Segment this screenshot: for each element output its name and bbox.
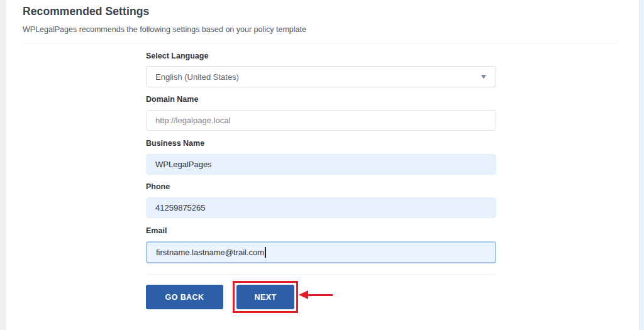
- page-left-edge: [0, 0, 6, 330]
- phone-label: Phone: [146, 182, 170, 191]
- domain-input[interactable]: [146, 110, 496, 131]
- red-arrow-shaft: [308, 294, 333, 296]
- language-select[interactable]: English (United States) ▼: [146, 66, 496, 87]
- email-field[interactable]: firstname.lastname@trail.com: [146, 241, 496, 263]
- page-title: Recommended Settings: [23, 5, 149, 18]
- business-name-input[interactable]: [146, 154, 496, 175]
- go-back-button[interactable]: GO BACK: [146, 285, 223, 309]
- language-label: Select Language: [146, 52, 208, 60]
- buttons-divider: [146, 274, 496, 275]
- page-subtitle: WPLegalPages recommends the following se…: [23, 25, 306, 34]
- chevron-down-icon: ▼: [479, 74, 488, 80]
- domain-label: Domain Name: [146, 95, 198, 104]
- red-arrow-icon: [299, 290, 308, 299]
- phone-input[interactable]: [146, 197, 496, 218]
- language-select-value: English (United States): [155, 72, 239, 82]
- email-field-value: firstname.lastname@trail.com: [156, 248, 264, 257]
- text-caret: [265, 247, 266, 258]
- page-right-edge: [639, 0, 644, 330]
- email-label: Email: [146, 226, 167, 235]
- business-name-label: Business Name: [146, 139, 204, 148]
- next-button[interactable]: NEXT: [236, 285, 294, 309]
- header-divider: [24, 43, 618, 43]
